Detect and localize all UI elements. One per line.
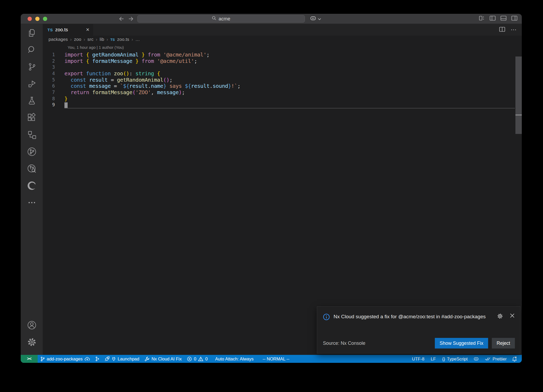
toggle-panel-icon[interactable] xyxy=(500,15,507,22)
notification-source: Source: Nx Console xyxy=(323,341,365,346)
run-debug-icon[interactable] xyxy=(26,78,38,90)
rocket-icon xyxy=(104,356,110,361)
plug-icon xyxy=(112,356,116,361)
line-number: 1 xyxy=(43,52,55,57)
git-graph-icon xyxy=(95,356,99,361)
nx-cloud-label: Nx Cloud AI Fix xyxy=(151,356,182,361)
search-sidebar-icon[interactable] xyxy=(26,44,38,56)
auto-attach-item[interactable]: Auto Attach: Always xyxy=(211,355,256,363)
breadcrumb-packages[interactable]: packages xyxy=(49,37,68,42)
source-control-graph-item[interactable] xyxy=(93,355,102,363)
breadcrumb-src[interactable]: src xyxy=(87,37,94,42)
activity-bar xyxy=(21,24,43,355)
gitlens-icon[interactable] xyxy=(26,146,38,158)
code-line[interactable]: 3 xyxy=(43,64,522,70)
encoding-item[interactable]: UTF-8 xyxy=(409,355,427,363)
eol-item[interactable]: LF xyxy=(427,355,440,363)
breadcrumb-file[interactable]: zoo.ts xyxy=(117,37,129,42)
line-number: 5 xyxy=(43,77,55,82)
warning-count: 0 xyxy=(205,356,208,361)
notification-message: Nx Cloud suggested a fix for @acme/zoo:t… xyxy=(334,312,496,321)
tab-zoo-ts[interactable]: TS zoo.ts × xyxy=(43,24,93,36)
testing-icon[interactable] xyxy=(26,95,38,107)
code-text: const result = getRandomAnimal(); xyxy=(64,77,173,83)
show-suggested-fix-button[interactable]: Show Suggested Fix xyxy=(435,338,488,349)
settings-gear-icon[interactable] xyxy=(26,336,38,348)
extensions-icon[interactable] xyxy=(26,112,38,124)
editor-scrollbar[interactable] xyxy=(515,56,522,134)
breadcrumb-lib[interactable]: lib xyxy=(100,37,104,42)
copilot-icon xyxy=(473,356,479,361)
chevron-right-icon: › xyxy=(96,37,97,42)
vim-mode-item[interactable]: -- NORMAL -- xyxy=(256,355,292,363)
language-mode-item[interactable]: {} TypeScript xyxy=(440,355,470,363)
copilot-status-item[interactable] xyxy=(470,355,482,363)
minimize-window-button[interactable] xyxy=(35,17,40,21)
code-text: export function zoo(): string { xyxy=(64,70,160,77)
code-line[interactable]: 2import { formatMessage } from '@acme/ut… xyxy=(43,58,522,64)
breadcrumb: packages › zoo › src › lib › TS zoo.ts ›… xyxy=(43,36,522,43)
line-number: 6 xyxy=(43,83,55,89)
code-line[interactable]: 7 return formatMessage('ZOO', message); xyxy=(43,89,522,95)
git-branch-item[interactable]: add-zoo-packages xyxy=(38,355,93,363)
edge-devtools-icon[interactable] xyxy=(26,180,38,191)
chevron-right-icon: › xyxy=(132,37,133,42)
chevron-down-icon xyxy=(318,16,321,21)
explorer-icon[interactable] xyxy=(26,27,38,39)
split-editor-icon[interactable] xyxy=(499,26,505,33)
tab-label: zoo.ts xyxy=(55,27,68,33)
launchpad-label: Launchpad xyxy=(118,356,139,361)
cloud-upload-icon xyxy=(85,357,90,361)
toggle-primary-sidebar-icon[interactable] xyxy=(489,15,496,22)
info-icon xyxy=(323,312,330,321)
close-tab-icon[interactable]: × xyxy=(86,27,89,33)
notification-settings-gear-icon[interactable] xyxy=(497,313,503,320)
prettier-item[interactable]: Prettier xyxy=(482,355,509,363)
more-views-icon[interactable] xyxy=(26,197,38,208)
copilot-menu[interactable] xyxy=(310,14,321,24)
accounts-icon[interactable] xyxy=(26,319,38,331)
remote-indicator[interactable]: >< xyxy=(21,355,38,363)
nx-cloud-fix-item[interactable]: Nx Cloud AI Fix xyxy=(142,355,184,363)
git-blame-annotation[interactable]: You, 1 hour ago | 1 author (You) xyxy=(68,45,124,50)
code-line[interactable]: 9 xyxy=(43,102,522,108)
code-line[interactable]: 1import { getRandomAnimal } from '@acme/… xyxy=(43,51,522,58)
tab-bar: TS zoo.ts × ⋯ xyxy=(43,24,522,36)
line-number: 7 xyxy=(43,90,55,95)
nx-console-icon[interactable] xyxy=(26,129,38,141)
toggle-secondary-sidebar-icon[interactable] xyxy=(511,15,518,22)
code-line[interactable]: 8} xyxy=(43,95,522,102)
code-lines: 1import { getRandomAnimal } from '@acme/… xyxy=(43,51,522,108)
code-line[interactable]: 4export function zoo(): string { xyxy=(43,70,522,77)
error-icon xyxy=(187,356,192,361)
line-number: 4 xyxy=(43,71,55,76)
warning-icon xyxy=(198,356,203,361)
code-line[interactable]: 5 const result = getRandomAnimal(); xyxy=(43,77,522,83)
more-actions-icon[interactable]: ⋯ xyxy=(511,26,516,33)
forward-icon[interactable] xyxy=(128,16,135,21)
reject-button[interactable]: Reject xyxy=(492,338,515,349)
code-line[interactable]: 6 const message = `${result.name} says $… xyxy=(43,83,522,89)
gitlens-inspect-icon[interactable] xyxy=(26,163,38,175)
breadcrumb-symbol[interactable]: … xyxy=(135,37,140,42)
command-center-search[interactable]: acme xyxy=(137,15,305,23)
close-window-button[interactable] xyxy=(28,17,32,21)
notifications-item[interactable] xyxy=(509,355,520,363)
problems-item[interactable]: 0 0 xyxy=(184,355,210,363)
git-branch-icon xyxy=(40,356,45,361)
code-text: import { getRandomAnimal } from '@acme/a… xyxy=(64,51,209,58)
close-notification-icon[interactable] xyxy=(510,313,515,320)
text-cursor xyxy=(64,102,68,108)
prettier-label: Prettier xyxy=(493,356,507,361)
launchpad-item[interactable]: Launchpad xyxy=(102,355,142,363)
customize-layout-icon[interactable] xyxy=(479,15,485,22)
status-bar: >< add-zoo-packages Launchpad xyxy=(21,355,522,363)
search-value: acme xyxy=(218,16,230,22)
back-icon[interactable] xyxy=(118,16,124,21)
notification-toast: Nx Cloud suggested a fix for @acme/zoo:t… xyxy=(317,306,520,354)
code-text: } xyxy=(64,95,68,102)
source-control-icon[interactable] xyxy=(26,61,38,73)
zoom-window-button[interactable] xyxy=(43,17,47,21)
scrollbar-cursor-marker xyxy=(515,115,522,115)
breadcrumb-zoo[interactable]: zoo xyxy=(74,37,81,42)
